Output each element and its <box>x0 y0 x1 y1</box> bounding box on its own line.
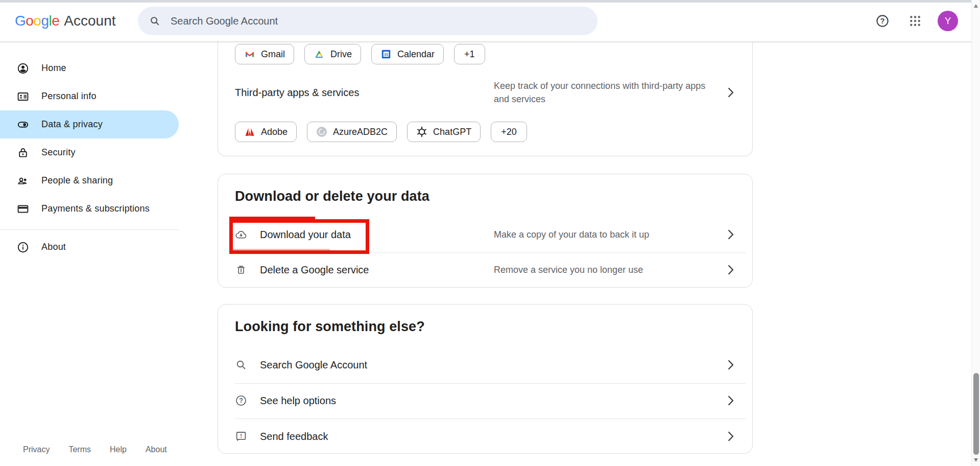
avatar-initial: Y <box>945 15 951 27</box>
footer-link-privacy[interactable]: Privacy <box>23 445 50 454</box>
sidebar-item-label: About <box>41 242 66 252</box>
chip-label: AzureADB2C <box>333 127 388 137</box>
logo-letter: e <box>52 13 59 29</box>
avatar[interactable]: Y <box>938 11 958 31</box>
third-party-apps-row[interactable]: Third-party apps & services Keep track o… <box>218 76 752 109</box>
sidebar-item-label: Security <box>41 147 76 158</box>
help-icon: ? <box>235 394 247 407</box>
adobe-icon <box>244 126 255 137</box>
chevron-right-icon <box>728 87 734 98</box>
chevron-right-icon <box>728 395 734 406</box>
chip-azureadb2c[interactable]: AzureADB2C <box>307 122 397 142</box>
google-account-logo[interactable]: Google Account <box>15 0 116 42</box>
sidebar-item-personal-info[interactable]: Personal info <box>0 82 179 110</box>
download-your-data-row[interactable]: Download your data Make a copy of your d… <box>218 218 752 251</box>
chip-label: Drive <box>330 49 352 60</box>
download-delete-card: Download or delete your data Download yo… <box>218 174 753 288</box>
info-icon <box>17 241 29 253</box>
sidebar-item-data-privacy[interactable]: Data & privacy <box>0 110 179 138</box>
chip-gmail[interactable]: Gmail <box>235 44 294 64</box>
row-label: Third-party apps & services <box>235 87 359 99</box>
row-label: Search Google Account <box>260 359 367 371</box>
people-icon <box>17 175 29 187</box>
row-divider <box>235 418 746 419</box>
chip-more-apps[interactable]: +20 <box>491 122 527 142</box>
chip-adobe[interactable]: Adobe <box>235 122 297 142</box>
sidebar-item-label: Personal info <box>41 91 97 102</box>
chevron-right-icon <box>728 431 734 441</box>
search-icon <box>149 15 160 27</box>
row-label: Download your data <box>260 229 351 241</box>
page-top-strip <box>0 0 971 3</box>
sidebar-item-about[interactable]: About <box>0 233 179 261</box>
sidebar-item-security[interactable]: Security <box>0 138 179 167</box>
footer-link-about[interactable]: About <box>146 445 167 454</box>
scrollbar-thumb[interactable] <box>973 373 979 455</box>
send-feedback-row[interactable]: ! Send feedback <box>218 420 752 453</box>
search-google-account-row[interactable]: Search Google Account <box>218 348 752 382</box>
azureadb2c-icon <box>316 126 327 137</box>
row-description: Make a copy of your data to back it up <box>494 228 713 241</box>
logo-product-name: Account <box>64 13 115 29</box>
see-help-options-row[interactable]: ? See help options <box>218 384 752 417</box>
google-services-chips: Gmail Drive 31 Calendar <box>235 44 485 64</box>
header-actions: ? Y <box>872 0 958 42</box>
logo-letter: g <box>41 13 49 29</box>
feedback-icon: ! <box>235 430 247 442</box>
gmail-icon <box>244 49 255 60</box>
third-party-card: Gmail Drive 31 Calendar <box>218 42 753 156</box>
svg-text:!: ! <box>240 433 242 439</box>
chip-more-services[interactable]: +1 <box>454 44 485 64</box>
svg-text:?: ? <box>239 397 243 404</box>
sidebar-item-people-sharing[interactable]: People & sharing <box>0 167 179 195</box>
header: Google Account Search Google Account ? <box>0 0 971 42</box>
sidebar-item-label: Home <box>41 63 66 74</box>
sidebar-item-label: Data & privacy <box>41 119 103 130</box>
id-card-icon <box>17 90 29 103</box>
scroll-up-arrow[interactable] <box>974 4 978 8</box>
lock-icon <box>17 147 29 159</box>
calendar-icon: 31 <box>380 49 392 60</box>
footer-link-terms[interactable]: Terms <box>68 445 91 454</box>
chip-calendar[interactable]: 31 Calendar <box>371 44 444 64</box>
footer-link-help[interactable]: Help <box>110 445 127 454</box>
app-chips: Adobe AzureADB2C <box>235 122 527 142</box>
sidebar-divider <box>0 229 179 230</box>
row-description: Keep track of your connections with thir… <box>494 79 713 106</box>
svg-text:31: 31 <box>384 52 388 57</box>
chip-chatgpt[interactable]: ChatGPT <box>407 122 481 142</box>
footer-links: Privacy Terms Help About <box>23 445 167 454</box>
row-description: Remove a service you no longer use <box>494 263 713 276</box>
toggle-icon <box>17 119 29 131</box>
logo-letter: G <box>15 13 26 29</box>
svg-text:?: ? <box>880 17 885 25</box>
trash-icon <box>235 264 247 276</box>
sidebar-item-payments[interactable]: Payments & subscriptions <box>0 195 179 223</box>
search-placeholder: Search Google Account <box>171 15 278 27</box>
chevron-right-icon <box>728 229 734 240</box>
logo-letter: o <box>33 13 41 29</box>
search-icon <box>235 359 247 371</box>
chip-label: +1 <box>464 49 475 60</box>
apps-grid-icon <box>910 15 921 27</box>
vertical-scrollbar[interactable] <box>971 0 980 466</box>
chip-drive[interactable]: Drive <box>304 44 361 64</box>
row-label: Delete a Google service <box>260 264 369 276</box>
sidebar: Home Personal info Data & privacy Securi <box>0 42 179 466</box>
chevron-right-icon <box>728 360 734 370</box>
sidebar-item-home[interactable]: Home <box>0 54 179 82</box>
help-button[interactable]: ? <box>872 11 893 31</box>
search-input[interactable]: Search Google Account <box>138 7 597 35</box>
scroll-down-arrow[interactable] <box>974 458 978 462</box>
row-label: Send feedback <box>260 431 328 442</box>
card-title: Looking for something else? <box>235 319 425 335</box>
chip-label: ChatGPT <box>433 127 471 137</box>
delete-google-service-row[interactable]: Delete a Google service Remove a service… <box>218 253 752 287</box>
help-icon: ? <box>875 14 890 28</box>
looking-for-card: Looking for something else? Search Googl… <box>218 304 753 454</box>
chip-label: Gmail <box>261 49 285 60</box>
chip-label: Calendar <box>397 49 435 60</box>
chip-label: +20 <box>501 127 517 137</box>
chatgpt-icon <box>416 126 427 137</box>
apps-grid-button[interactable] <box>905 11 925 31</box>
